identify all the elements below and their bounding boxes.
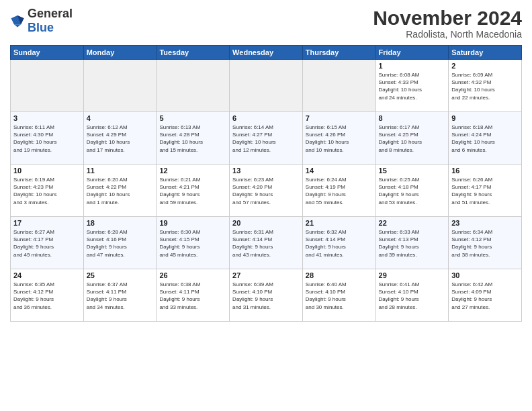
logo: General Blue [10,7,73,35]
table-row: 16Sunrise: 6:26 AM Sunset: 4:17 PM Dayli… [449,165,522,217]
day-number: 18 [87,219,154,227]
table-row: 18Sunrise: 6:28 AM Sunset: 4:16 PM Dayli… [83,217,157,269]
calendar-week-row: 10Sunrise: 6:19 AM Sunset: 4:23 PM Dayli… [11,165,522,217]
table-row: 15Sunrise: 6:25 AM Sunset: 4:18 PM Dayli… [375,165,449,217]
day-number: 3 [13,114,81,122]
logo-icon [10,13,25,28]
col-tuesday: Tuesday [157,46,230,60]
day-info: Sunrise: 6:24 AM Sunset: 4:19 PM Dayligh… [306,176,373,206]
day-number: 28 [306,271,373,279]
logo-text: General Blue [28,7,73,35]
logo-general: General [28,7,73,20]
table-row: 29Sunrise: 6:41 AM Sunset: 4:10 PM Dayli… [375,269,449,322]
table-row: 1Sunrise: 6:08 AM Sunset: 4:33 PM Daylig… [375,60,449,112]
table-row: 20Sunrise: 6:31 AM Sunset: 4:14 PM Dayli… [230,217,303,269]
day-info: Sunrise: 6:28 AM Sunset: 4:16 PM Dayligh… [87,228,154,259]
day-number: 14 [306,167,373,175]
day-info: Sunrise: 6:31 AM Sunset: 4:14 PM Dayligh… [232,228,300,259]
day-number: 30 [451,271,519,279]
day-info: Sunrise: 6:35 AM Sunset: 4:12 PM Dayligh… [13,281,81,311]
title-block: November 2024 Radolista, North Macedonia [373,7,522,40]
day-number: 29 [379,271,446,279]
day-number: 5 [159,114,226,122]
day-number: 9 [451,114,519,122]
day-number: 19 [159,219,226,227]
page: General Blue November 2024 Radolista, No… [0,0,532,411]
day-info: Sunrise: 6:42 AM Sunset: 4:09 PM Dayligh… [451,281,519,311]
header: General Blue November 2024 Radolista, No… [10,7,522,40]
day-number: 7 [306,114,373,122]
table-row: 27Sunrise: 6:39 AM Sunset: 4:10 PM Dayli… [230,269,303,322]
day-number: 16 [451,167,519,175]
day-number: 12 [159,167,226,175]
day-info: Sunrise: 6:08 AM Sunset: 4:33 PM Dayligh… [379,71,446,101]
table-row: 8Sunrise: 6:17 AM Sunset: 4:25 PM Daylig… [375,112,449,165]
table-row: 5Sunrise: 6:13 AM Sunset: 4:28 PM Daylig… [157,112,230,165]
table-row [157,60,230,112]
table-row: 24Sunrise: 6:35 AM Sunset: 4:12 PM Dayli… [11,269,84,322]
day-number: 22 [379,219,446,227]
day-info: Sunrise: 6:12 AM Sunset: 4:29 PM Dayligh… [87,124,154,154]
table-row: 12Sunrise: 6:21 AM Sunset: 4:21 PM Dayli… [157,165,230,217]
day-number: 10 [13,167,81,175]
day-info: Sunrise: 6:26 AM Sunset: 4:17 PM Dayligh… [451,176,519,206]
table-row: 10Sunrise: 6:19 AM Sunset: 4:23 PM Dayli… [11,165,84,217]
day-info: Sunrise: 6:40 AM Sunset: 4:10 PM Dayligh… [306,281,373,311]
calendar-week-row: 1Sunrise: 6:08 AM Sunset: 4:33 PM Daylig… [11,60,522,112]
day-number: 23 [451,219,519,227]
day-number: 6 [232,114,300,122]
day-number: 1 [379,62,446,70]
day-info: Sunrise: 6:32 AM Sunset: 4:14 PM Dayligh… [306,228,373,259]
table-row: 14Sunrise: 6:24 AM Sunset: 4:19 PM Dayli… [302,165,375,217]
table-row: 9Sunrise: 6:18 AM Sunset: 4:24 PM Daylig… [449,112,522,165]
calendar-week-row: 17Sunrise: 6:27 AM Sunset: 4:17 PM Dayli… [11,217,522,269]
table-row: 11Sunrise: 6:20 AM Sunset: 4:22 PM Dayli… [83,165,157,217]
day-info: Sunrise: 6:18 AM Sunset: 4:24 PM Dayligh… [451,124,519,154]
day-number: 8 [379,114,446,122]
day-number: 27 [232,271,300,279]
calendar-week-row: 24Sunrise: 6:35 AM Sunset: 4:12 PM Dayli… [11,269,522,322]
table-row [302,60,375,112]
day-info: Sunrise: 6:19 AM Sunset: 4:23 PM Dayligh… [13,176,81,206]
day-number: 25 [87,271,154,279]
table-row: 21Sunrise: 6:32 AM Sunset: 4:14 PM Dayli… [302,217,375,269]
day-info: Sunrise: 6:09 AM Sunset: 4:32 PM Dayligh… [451,71,519,101]
day-number: 13 [232,167,300,175]
day-info: Sunrise: 6:33 AM Sunset: 4:13 PM Dayligh… [379,228,446,259]
day-info: Sunrise: 6:39 AM Sunset: 4:10 PM Dayligh… [232,281,300,311]
location-subtitle: Radolista, North Macedonia [373,29,522,40]
col-thursday: Thursday [302,46,375,60]
table-row: 25Sunrise: 6:37 AM Sunset: 4:11 PM Dayli… [83,269,157,322]
day-number: 11 [87,167,154,175]
col-friday: Friday [375,46,449,60]
table-row [83,60,157,112]
table-row: 30Sunrise: 6:42 AM Sunset: 4:09 PM Dayli… [449,269,522,322]
calendar-header-row: Sunday Monday Tuesday Wednesday Thursday… [11,46,522,60]
day-info: Sunrise: 6:14 AM Sunset: 4:27 PM Dayligh… [232,124,300,154]
table-row: 22Sunrise: 6:33 AM Sunset: 4:13 PM Dayli… [375,217,449,269]
day-number: 17 [13,219,81,227]
svg-marker-2 [14,24,21,27]
day-number: 15 [379,167,446,175]
table-row: 13Sunrise: 6:23 AM Sunset: 4:20 PM Dayli… [230,165,303,217]
day-number: 4 [87,114,154,122]
table-row: 26Sunrise: 6:38 AM Sunset: 4:11 PM Dayli… [157,269,230,322]
col-saturday: Saturday [449,46,522,60]
day-info: Sunrise: 6:15 AM Sunset: 4:26 PM Dayligh… [306,124,373,154]
day-number: 24 [13,271,81,279]
table-row: 3Sunrise: 6:11 AM Sunset: 4:30 PM Daylig… [11,112,84,165]
table-row [11,60,84,112]
table-row: 28Sunrise: 6:40 AM Sunset: 4:10 PM Dayli… [302,269,375,322]
table-row: 17Sunrise: 6:27 AM Sunset: 4:17 PM Dayli… [11,217,84,269]
day-number: 20 [232,219,300,227]
table-row: 2Sunrise: 6:09 AM Sunset: 4:32 PM Daylig… [449,60,522,112]
day-info: Sunrise: 6:38 AM Sunset: 4:11 PM Dayligh… [159,281,226,311]
day-info: Sunrise: 6:11 AM Sunset: 4:30 PM Dayligh… [13,124,81,154]
day-info: Sunrise: 6:30 AM Sunset: 4:15 PM Dayligh… [159,228,226,259]
calendar-table: Sunday Monday Tuesday Wednesday Thursday… [10,45,522,322]
day-info: Sunrise: 6:17 AM Sunset: 4:25 PM Dayligh… [379,124,446,154]
day-info: Sunrise: 6:27 AM Sunset: 4:17 PM Dayligh… [13,228,81,259]
day-info: Sunrise: 6:13 AM Sunset: 4:28 PM Dayligh… [159,124,226,154]
month-title: November 2024 [373,7,522,29]
table-row: 7Sunrise: 6:15 AM Sunset: 4:26 PM Daylig… [302,112,375,165]
